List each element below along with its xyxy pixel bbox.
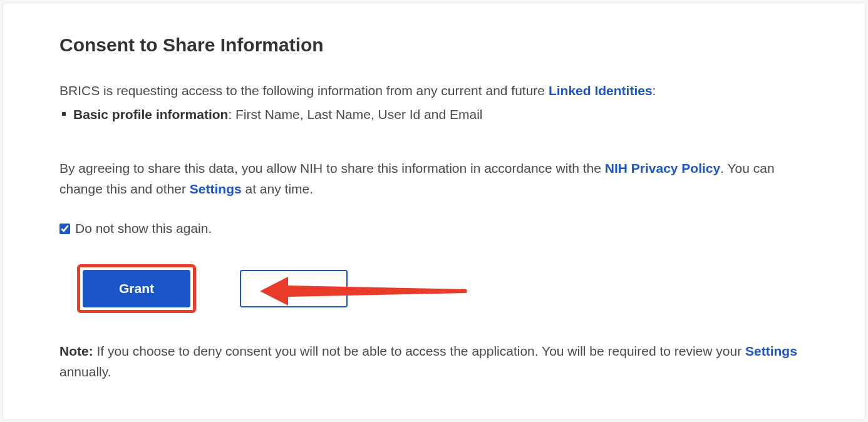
list-item: Basic profile information: First Name, L… [73, 105, 809, 125]
intro-suffix: : [653, 83, 656, 98]
linked-identities-link[interactable]: Linked Identities [549, 83, 653, 98]
dont-show-again-checkbox[interactable] [59, 224, 70, 234]
settings-link[interactable]: Settings [190, 182, 242, 196]
note-paragraph: Note: If you choose to deny consent you … [59, 341, 809, 382]
info-details: : First Name, Last Name, User Id and Ema… [228, 107, 482, 121]
button-row: Grant Deny [59, 264, 809, 313]
deny-button[interactable]: Deny [240, 270, 348, 307]
consent-paragraph: By agreeing to share this data, you allo… [59, 158, 809, 199]
checkbox-row: Do not show this again. [59, 221, 809, 236]
note-settings-link[interactable]: Settings [745, 344, 797, 358]
consent-part1: By agreeing to share this data, you allo… [59, 161, 605, 175]
consent-card: Consent to Share Information BRICS is re… [3, 3, 865, 420]
grant-button[interactable]: Grant [83, 270, 190, 307]
privacy-policy-link[interactable]: NIH Privacy Policy [605, 161, 720, 175]
note-text1: If you choose to deny consent you will n… [93, 344, 745, 358]
intro-prefix: BRICS is requesting access to the follow… [59, 83, 549, 98]
grant-highlight-box: Grant [77, 264, 196, 313]
page-title: Consent to Share Information [59, 34, 809, 56]
note-label: Note: [59, 344, 93, 358]
checkbox-label: Do not show this again. [75, 221, 212, 236]
consent-part3: at any time. [242, 182, 313, 196]
info-list: Basic profile information: First Name, L… [59, 105, 809, 125]
info-label: Basic profile information [73, 107, 228, 121]
intro-text: BRICS is requesting access to the follow… [59, 81, 809, 101]
note-text2: annually. [59, 364, 111, 379]
